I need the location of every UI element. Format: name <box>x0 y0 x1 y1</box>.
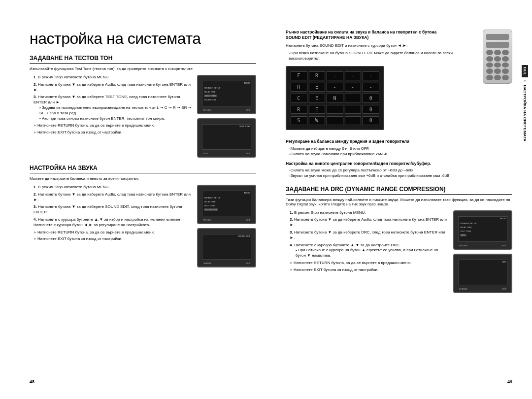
intro-drc: Тази функция балансира между най-силните… <box>286 198 512 206</box>
page-left: настройка на системата ЗАДАВАНЕ НА ТЕСТО… <box>30 30 256 384</box>
subheading-balance: Регулиране на баланса между предния и за… <box>286 139 512 144</box>
side-tab: BUL ● НАСТРОЙКА НА СИСТЕМАТА <box>517 39 527 167</box>
tv-screenshot: TEST TONE STOPEXIT <box>197 118 256 158</box>
heading-drc: ЗАДАВАНЕ НА DRC (DYNAMIC RANGE COMPRESSI… <box>286 186 512 195</box>
remote-illustration <box>483 30 512 84</box>
intro-sound: Можете да настроите баланса и нивото за … <box>30 176 256 181</box>
page-number: 49 <box>507 379 512 384</box>
tv-screenshot: SOUND EDIT CHANGEEXIT <box>197 228 256 267</box>
intro-test-tone: Използвайте функцията Test Tone (тестов … <box>30 66 256 71</box>
heading-test-tone: ЗАДАВАНЕ НА ТЕСТОВ ТОН <box>30 55 256 64</box>
steps-test-tone: 1. В режим Stop натиснете бутона MENU. 2… <box>30 75 192 121</box>
segment-display: FR--- RE--- CEN 0 RE 0 SW 0 <box>286 66 384 130</box>
tv-screenshot: AUDIO SPEAKER SETUP DELAY TIME TEST TONE… <box>197 185 256 224</box>
subheading-level: Настройка на нивото централен говорител/… <box>286 161 512 166</box>
tv-screenshot: DRC CHANGEEXIT <box>453 254 512 293</box>
steps-drc: 1. В режим Stop натиснете бутона MENU. 2… <box>286 210 448 259</box>
main-title: настройка на системата <box>30 30 256 48</box>
tv-screenshot: AUDIO SPEAKER SETUP DELAY TIME TEST TONE… <box>453 210 512 250</box>
page-number: 48 <box>30 379 34 384</box>
page-right: Ръчно настройване на силата на звука и б… <box>286 30 512 384</box>
heading-sound: НАСТРОЙКА НА ЗВУКА <box>30 165 256 173</box>
steps-sound: 1. В режим Stop натиснете бутона MENU. 2… <box>30 185 192 228</box>
tv-screenshot: AUDIO SPEAKER SETUP DELAY TIME TEST TONE… <box>197 75 256 114</box>
